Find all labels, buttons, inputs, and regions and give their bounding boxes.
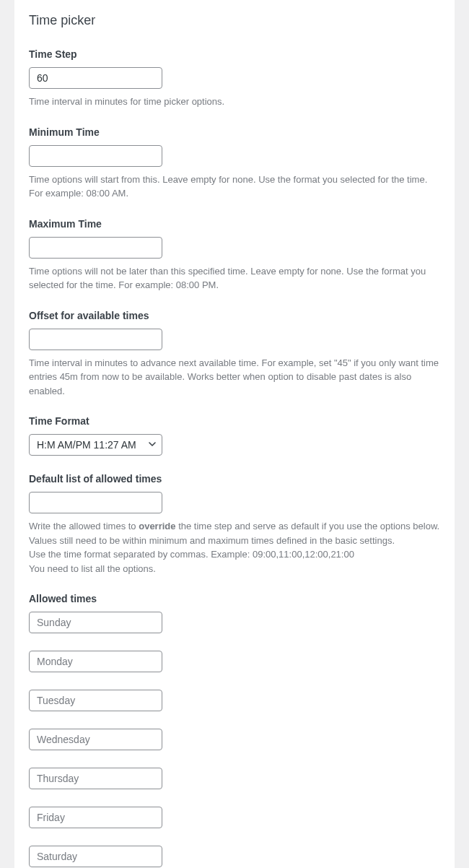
default-allowed-label: Default list of allowed times: [29, 473, 440, 485]
allowed-times-tuesday[interactable]: [29, 690, 162, 711]
default-allowed-group: Default list of allowed times Write the …: [29, 473, 440, 576]
time-step-label: Time Step: [29, 48, 440, 60]
offset-label: Offset for available times: [29, 310, 440, 321]
time-format-label: Time Format: [29, 415, 440, 427]
minimum-time-group: Minimum Time Time options will start fro…: [29, 126, 440, 201]
allowed-times-saturday[interactable]: [29, 846, 162, 867]
allowed-times-sunday[interactable]: [29, 612, 162, 633]
default-allowed-input[interactable]: [29, 492, 162, 513]
allowed-times-monday[interactable]: [29, 651, 162, 672]
default-allowed-description: Write the allowed times to override the …: [29, 519, 440, 576]
offset-group: Offset for available times Time interval…: [29, 310, 440, 399]
time-format-group: Time Format H:M AM/PM 11:27 AM: [29, 415, 440, 456]
offset-description: Time interval in minutes to advance next…: [29, 356, 440, 399]
allowed-times-group: Allowed times The allowed times options …: [29, 593, 440, 868]
allowed-times-wednesday[interactable]: [29, 729, 162, 750]
allowed-times-list: [29, 612, 440, 867]
allowed-times-friday[interactable]: [29, 807, 162, 828]
maximum-time-input[interactable]: [29, 237, 162, 259]
time-step-input[interactable]: [29, 67, 162, 89]
default-allowed-desc-line-1: Write the allowed times to override the …: [29, 519, 440, 534]
time-format-select[interactable]: H:M AM/PM 11:27 AM: [29, 434, 162, 456]
default-allowed-desc-line-3: Use the time format separated by commas.…: [29, 547, 440, 562]
default-allowed-desc-line-4: You need to list all the options.: [29, 562, 440, 576]
allowed-times-thursday[interactable]: [29, 768, 162, 789]
allowed-times-label: Allowed times: [29, 593, 440, 604]
time-step-group: Time Step Time interval in minutes for t…: [29, 48, 440, 109]
time-step-description: Time interval in minutes for time picker…: [29, 95, 440, 109]
offset-input[interactable]: [29, 329, 162, 350]
time-format-select-wrapper: H:M AM/PM 11:27 AM: [29, 434, 162, 456]
maximum-time-group: Maximum Time Time options will not be la…: [29, 218, 440, 292]
maximum-time-label: Maximum Time: [29, 218, 440, 230]
default-allowed-desc-line-2: Values still need to be within minimum a…: [29, 534, 440, 548]
time-picker-panel: Time picker Time Step Time interval in m…: [14, 0, 455, 868]
maximum-time-description: Time options will not be later than this…: [29, 264, 440, 292]
minimum-time-description: Time options will start from this. Leave…: [29, 173, 440, 201]
minimum-time-input[interactable]: [29, 145, 162, 167]
minimum-time-label: Minimum Time: [29, 126, 440, 138]
panel-title: Time picker: [29, 13, 440, 28]
